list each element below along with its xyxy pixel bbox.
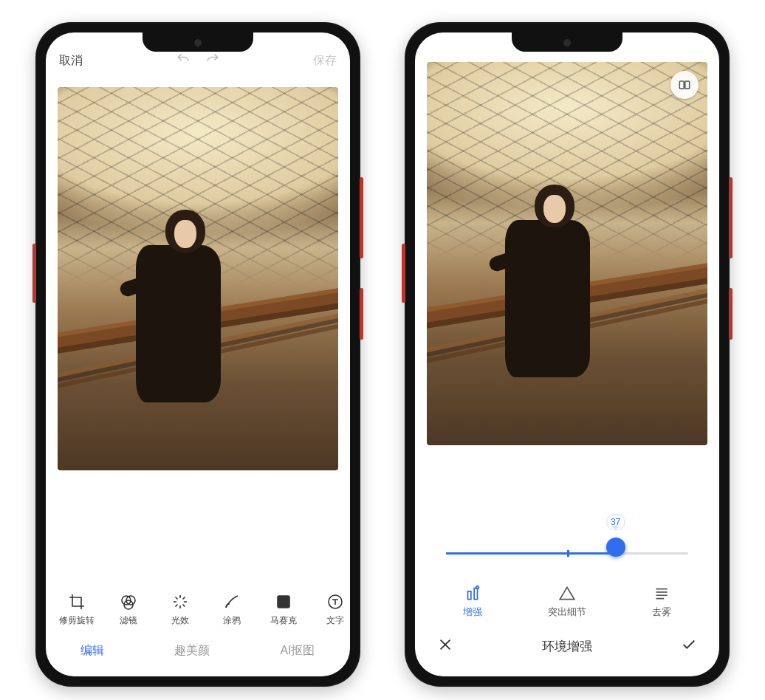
tool-filter[interactable]: 滤镜 [103,589,154,627]
tool-row: 修剪旋转 滤镜 光效 涂鸦 [46,582,350,631]
slider-fill [446,552,616,555]
option-detail[interactable]: 突出细节 [548,580,586,619]
tool-doodle[interactable]: 涂鸦 [207,589,257,627]
option-enhance[interactable]: 增强 [463,580,482,619]
screen-enhance: 37 增强 突出细节 [415,32,719,676]
confirm-bar: 环境增强 [415,622,719,676]
enhance-icon [463,580,482,605]
tool-label: 滤镜 [103,614,154,627]
phone-side-button [729,288,733,340]
tool-light-effect[interactable]: 光效 [155,589,205,627]
tool-label: 涂鸦 [207,614,257,627]
tab-edit[interactable]: 编辑 [80,643,104,659]
undo-button[interactable] [168,52,198,70]
bottom-tabs: 编辑 趣美颜 AI抠图 [46,631,350,676]
edited-photo [58,87,338,470]
tool-label: 文字 [310,614,350,627]
check-icon [681,636,697,653]
tool-label: 马赛克 [258,614,309,627]
phone-right: 37 增强 突出细节 [405,22,730,687]
compare-button[interactable] [670,71,699,99]
phone-side-button [360,177,363,258]
undo-icon [176,52,191,66]
enhance-options: 增强 突出细节 去雾 [415,576,719,622]
save-button[interactable]: 保存 [313,53,337,69]
mosaic-icon [258,589,309,614]
photo-canvas[interactable] [46,77,350,582]
svg-rect-11 [474,589,477,600]
tab-ai-cut[interactable]: AI抠图 [280,643,315,659]
phone-side-button [360,288,363,340]
tool-label: 修剪旋转 [52,614,102,627]
lines-icon [652,580,671,605]
enhance-slider[interactable]: 37 [415,530,719,576]
slider-mid-marker [567,550,569,557]
svg-rect-8 [679,81,684,89]
photo-subject [125,210,231,447]
compare-icon [677,78,692,92]
slider-value-bubble: 37 [606,514,625,530]
option-label: 去雾 [652,605,671,619]
phone-left: 取消 保存 [35,22,360,687]
screen-edit: 取消 保存 [46,32,350,676]
option-label: 增强 [463,605,482,619]
svg-rect-5 [284,598,287,601]
slider-track [446,552,688,555]
tab-beauty[interactable]: 趣美颜 [174,643,210,659]
tool-mosaic[interactable]: 马赛克 [258,589,309,627]
phone-notch [143,32,253,52]
photo-subject [494,185,600,422]
brush-icon [207,589,257,614]
confirm-button[interactable] [681,636,697,656]
cancel-button[interactable]: 取消 [59,53,83,69]
svg-rect-9 [685,81,690,89]
tool-label: 光效 [155,614,205,627]
phone-side-button [729,177,733,258]
triangle-icon [548,580,586,605]
text-icon [310,589,350,614]
redo-icon [205,52,220,66]
panel-title: 环境增强 [453,638,681,655]
option-label: 突出细节 [548,605,586,619]
filter-icon [103,589,154,614]
svg-rect-10 [467,591,470,600]
slider-thumb[interactable] [606,538,625,557]
photo-canvas[interactable] [415,32,719,530]
phone-side-button [32,244,36,303]
phone-side-button [402,244,405,303]
sparkle-icon [155,589,205,614]
redo-button[interactable] [198,52,227,70]
tool-text[interactable]: 文字 [310,589,350,627]
svg-rect-6 [282,603,285,605]
edited-photo [427,62,707,445]
close-icon [437,636,453,653]
svg-point-12 [476,586,478,589]
phone-notch [512,32,622,52]
svg-rect-4 [280,598,283,601]
option-dehaze[interactable]: 去雾 [652,580,671,619]
tool-crop-rotate[interactable]: 修剪旋转 [52,589,102,627]
close-button[interactable] [437,636,453,656]
crop-icon [52,589,102,614]
